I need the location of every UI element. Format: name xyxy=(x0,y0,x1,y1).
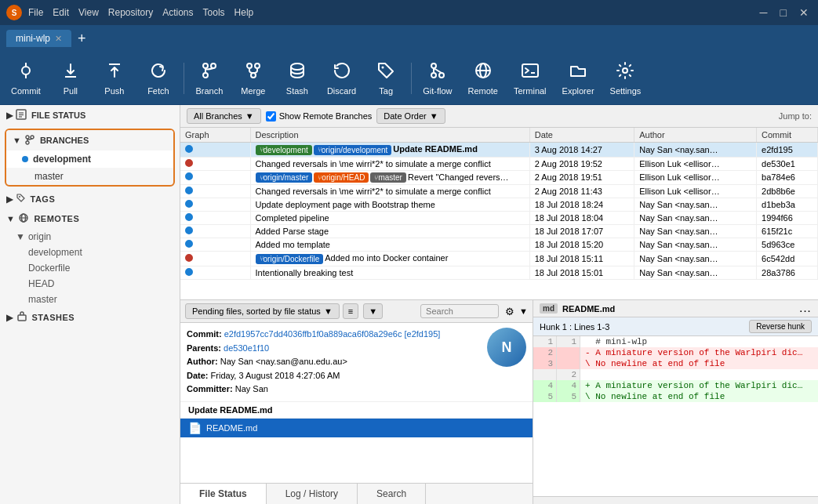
menu-repository[interactable]: Repository xyxy=(108,7,153,18)
branch-tag: ⑂master xyxy=(370,172,406,183)
commit-short-value: [e2fd195] xyxy=(404,329,440,339)
tag-label: Tag xyxy=(379,86,393,96)
bottom-tabs: File Status Log / History Search xyxy=(180,483,533,504)
show-remote-checkbox-input[interactable] xyxy=(266,111,276,121)
tag-branch-icon: ⑂ xyxy=(260,146,264,154)
remote-origin[interactable]: ▼ origin xyxy=(0,229,180,245)
app-logo: S xyxy=(6,5,22,20)
stash-button[interactable]: Stash xyxy=(275,58,319,99)
settings-label: Settings xyxy=(610,86,642,96)
close-button[interactable]: ✕ xyxy=(796,6,812,19)
menu-tools[interactable]: Tools xyxy=(203,7,225,18)
table-row[interactable]: Intentionally breaking test18 Jul 2018 1… xyxy=(180,266,818,279)
sidebar-stashes[interactable]: ▶ STASHES xyxy=(0,307,180,328)
menu-file[interactable]: File xyxy=(28,7,43,18)
list-view-button[interactable]: ≡ xyxy=(343,303,358,319)
stash-icon xyxy=(288,61,307,83)
all-branches-dropdown[interactable]: All Branches ▼ xyxy=(187,108,261,124)
sidebar-file-status[interactable]: ▶ FILE STATUS xyxy=(0,105,180,125)
col-graph: Graph xyxy=(180,128,250,143)
remote-origin-development[interactable]: development xyxy=(0,245,180,260)
date-cell: 18 Jul 2018 18:04 xyxy=(529,212,634,225)
branches-chevron: ▼ xyxy=(13,136,21,145)
diff-new-num: 4 xyxy=(557,380,580,391)
menu-actions[interactable]: Actions xyxy=(162,7,193,18)
svg-point-12 xyxy=(291,63,304,70)
pending-files-dropdown[interactable]: Pending files, sorted by file status ▼ xyxy=(185,303,340,319)
tag-button[interactable]: Tag xyxy=(364,58,408,99)
table-row[interactable]: ⑂origin/master⑂origin/HEAD⑂masterRevert … xyxy=(180,170,818,185)
date-order-dropdown[interactable]: Date Order ▼ xyxy=(376,108,445,124)
explorer-button[interactable]: Explorer xyxy=(554,58,602,99)
discard-button[interactable]: Discard xyxy=(319,58,364,99)
diff-more-button[interactable]: ... xyxy=(800,304,812,314)
remote-origin-head[interactable]: HEAD xyxy=(0,276,180,292)
table-row[interactable]: Completed pipeline18 Jul 2018 18:04Nay S… xyxy=(180,212,818,225)
diff-content: 1 1 # mini-wlp 2 - A miniature version o… xyxy=(533,336,818,496)
branch-name-master: master xyxy=(35,171,64,182)
remote-origin-dockerfile[interactable]: Dockerfile xyxy=(0,260,180,276)
pull-button[interactable]: Pull xyxy=(49,58,93,99)
tab-search[interactable]: Search xyxy=(358,484,426,504)
search-dropdown-icon[interactable]: ▼ xyxy=(519,306,528,316)
tab-close-button[interactable]: ✕ xyxy=(55,34,62,44)
bottom-panel: Pending files, sorted by file status ▼ ≡… xyxy=(180,300,818,504)
terminal-button[interactable]: Terminal xyxy=(506,58,554,99)
tab-log-history[interactable]: Log / History xyxy=(267,484,358,504)
table-row[interactable]: Update deployment page with Bootstrap th… xyxy=(180,198,818,212)
branches-section: ▼ BRANCHES development master xyxy=(5,129,175,187)
commit-button[interactable]: Commit xyxy=(3,58,49,99)
reverse-hunk-button[interactable]: Reverse hunk xyxy=(749,320,812,333)
file-search-input[interactable] xyxy=(420,304,499,318)
menu-edit[interactable]: Edit xyxy=(53,7,69,18)
table-row[interactable]: Added mo template18 Jul 2018 15:20Nay Sa… xyxy=(180,238,818,252)
new-tab-button[interactable]: + xyxy=(78,31,86,47)
tab-mini-wlp[interactable]: mini-wlp ✕ xyxy=(6,30,71,47)
remotes-section: ▼ REMOTES ▼ origin development Dockerfil… xyxy=(0,208,180,307)
minimize-button[interactable]: ─ xyxy=(757,6,771,19)
maximize-button[interactable]: □ xyxy=(777,6,790,19)
remote-origin-master[interactable]: master xyxy=(0,292,180,307)
committer-value: Nay San xyxy=(235,384,268,393)
settings-button[interactable]: Settings xyxy=(602,58,649,99)
date-cell: 18 Jul 2018 17:07 xyxy=(529,225,634,238)
graph-cell xyxy=(180,252,250,267)
svg-point-5 xyxy=(203,73,208,78)
graph-cell xyxy=(180,157,250,170)
show-remote-checkbox[interactable]: Show Remote Branches xyxy=(266,111,373,121)
explorer-icon xyxy=(569,61,587,83)
commit-cell: 6c542dd xyxy=(757,252,818,267)
table-row[interactable]: Added Parse stage18 Jul 2018 17:07Nay Sa… xyxy=(180,225,818,238)
table-row[interactable]: Changed reversals in \me wirri*2* to sim… xyxy=(180,157,818,170)
table-row[interactable]: ⑂development⑂origin/developmentUpdate RE… xyxy=(180,143,818,158)
menu-view[interactable]: View xyxy=(78,7,99,18)
diff-scrollbar[interactable] xyxy=(533,496,818,504)
view-options-button[interactable]: ▼ xyxy=(363,303,383,319)
description-cell: Completed pipeline xyxy=(250,212,529,225)
table-row[interactable]: ⑂origin/DockerfileAdded mo into Docker c… xyxy=(180,252,818,267)
file-item-readme[interactable]: 📄 README.md xyxy=(180,419,533,437)
svg-point-13 xyxy=(382,66,384,68)
merge-button[interactable]: Merge xyxy=(231,58,275,99)
remotes-header[interactable]: ▼ REMOTES xyxy=(0,208,180,229)
push-button[interactable]: Push xyxy=(93,58,136,99)
svg-point-6 xyxy=(211,63,216,68)
remote-button[interactable]: Remote xyxy=(460,58,506,99)
menu-help[interactable]: Help xyxy=(234,7,254,18)
svg-point-0 xyxy=(22,67,30,74)
branches-header[interactable]: ▼ BRANCHES xyxy=(6,130,173,150)
branch-item-master[interactable]: master xyxy=(6,168,173,185)
branch-button[interactable]: Branch xyxy=(187,58,231,99)
tab-file-status[interactable]: File Status xyxy=(180,484,267,504)
sidebar-tags[interactable]: ▶ TAGS xyxy=(0,190,180,208)
date-cell: 2 Aug 2018 19:51 xyxy=(529,170,634,185)
branch-item-development[interactable]: development xyxy=(6,150,173,168)
settings-icon xyxy=(616,61,634,83)
fetch-button[interactable]: Fetch xyxy=(136,58,180,99)
gitflow-button[interactable]: Git-flow xyxy=(415,58,460,99)
svg-point-16 xyxy=(431,73,436,78)
diff-code xyxy=(580,369,818,380)
diff-line: 4 4 + A miniature version of the Warlpir… xyxy=(533,380,818,391)
table-row[interactable]: Changed reversals in \me wirri*2* to sim… xyxy=(180,185,818,198)
search-settings-icon[interactable]: ⚙ xyxy=(505,306,514,317)
